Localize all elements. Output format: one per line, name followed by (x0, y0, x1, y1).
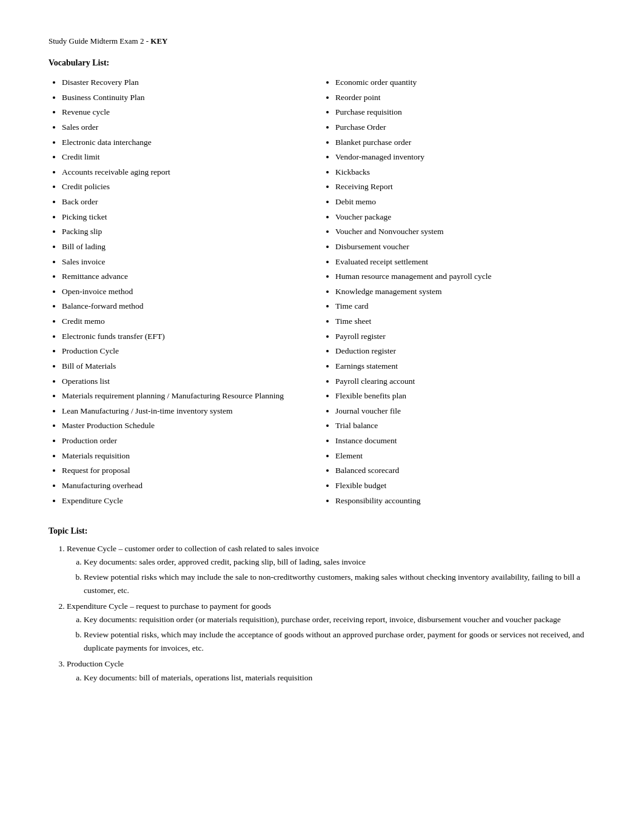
vocab-item: Production order (62, 434, 310, 448)
vocab-item: Flexible benefits plan (335, 389, 583, 403)
vocab-item: Element (335, 449, 583, 463)
vocab-item: Revenue cycle (62, 105, 310, 119)
vocab-item: Debit memo (335, 195, 583, 209)
vocab-item: Sales invoice (62, 255, 310, 269)
vocab-item: Evaluated receipt settlement (335, 255, 583, 269)
topic-subitem: Review potential risks which may include… (84, 571, 595, 598)
vocab-item: Instance document (335, 434, 583, 448)
vocab-item: Time sheet (335, 314, 583, 329)
vocab-item: Credit limit (62, 150, 310, 164)
vocab-item: Master Production Schedule (62, 418, 310, 433)
vocab-item: Payroll register (335, 329, 583, 344)
vocab-section-title: Vocabulary List: (49, 58, 595, 68)
vocab-item: Business Continuity Plan (62, 90, 310, 105)
vocab-item: Deduction register (335, 344, 583, 358)
vocab-item: Sales order (62, 120, 310, 135)
topic-item: Revenue Cycle – customer order to collec… (67, 542, 595, 597)
topic-subitem: Key documents: requisition order (or mat… (84, 613, 595, 626)
vocab-item: Lean Manufacturing / Just-in-time invent… (62, 404, 310, 418)
header-text: Study Guide Midterm Exam 2 - (49, 36, 150, 45)
vocab-item: Vendor-managed inventory (335, 150, 583, 164)
vocab-item: Materials requirement planning / Manufac… (62, 389, 310, 403)
vocab-col-left: Disaster Recovery PlanBusiness Continuit… (49, 75, 322, 508)
vocab-item: Disaster Recovery Plan (62, 75, 310, 90)
vocab-list-left: Disaster Recovery PlanBusiness Continuit… (49, 75, 310, 508)
vocab-item: Payroll clearing account (335, 374, 583, 389)
vocab-item: Voucher package (335, 210, 583, 224)
vocab-item: Balanced scorecard (335, 463, 583, 478)
vocab-item: Operations list (62, 374, 310, 389)
vocab-item: Back order (62, 195, 310, 209)
vocab-item: Electronic funds transfer (EFT) (62, 329, 310, 344)
vocab-item: Receiving Report (335, 179, 583, 194)
topic-sublist: Key documents: bill of materials, operat… (67, 671, 595, 685)
topic-section-title: Topic List: (49, 526, 595, 536)
vocab-item: Economic order quantity (335, 75, 583, 90)
vocab-item: Flexible budget (335, 478, 583, 493)
vocab-item: Knowledge management system (335, 284, 583, 299)
vocab-col-right: Economic order quantityReorder pointPurc… (322, 75, 595, 508)
vocab-item: Request for proposal (62, 463, 310, 478)
topic-list: Revenue Cycle – customer order to collec… (49, 542, 595, 685)
vocab-item: Picking ticket (62, 210, 310, 224)
vocab-item: Credit policies (62, 179, 310, 194)
vocab-item: Journal voucher file (335, 404, 583, 418)
vocab-item: Purchase Order (335, 120, 583, 135)
vocab-item: Materials requisition (62, 449, 310, 463)
vocab-item: Purchase requisition (335, 105, 583, 119)
vocab-item: Earnings statement (335, 359, 583, 374)
vocab-item: Bill of lading (62, 240, 310, 254)
vocab-item: Expenditure Cycle (62, 494, 310, 508)
vocab-item: Packing slip (62, 224, 310, 239)
vocab-item: Balance-forward method (62, 299, 310, 314)
vocab-item: Production Cycle (62, 344, 310, 358)
vocab-item: Reorder point (335, 90, 583, 105)
topic-section: Topic List: Revenue Cycle – customer ord… (49, 526, 595, 685)
vocab-item: Kickbacks (335, 165, 583, 179)
vocab-item: Human resource management and payroll cy… (335, 269, 583, 284)
vocab-item: Manufacturing overhead (62, 478, 310, 493)
vocab-item: Bill of Materials (62, 359, 310, 374)
topic-item: Production CycleKey documents: bill of m… (67, 657, 595, 685)
topic-sublist: Key documents: sales order, approved cre… (67, 555, 595, 597)
vocabulary-container: Disaster Recovery PlanBusiness Continuit… (49, 75, 595, 508)
header-bold: KEY (150, 36, 167, 45)
vocab-item: Trial balance (335, 418, 583, 433)
topic-item: Expenditure Cycle – request to purchase … (67, 600, 595, 655)
topic-subitem: Review potential risks, which may includ… (84, 628, 595, 656)
vocab-item: Disbursement voucher (335, 240, 583, 254)
vocab-item: Remittance advance (62, 269, 310, 284)
vocab-item: Electronic data interchange (62, 135, 310, 150)
topic-sublist: Key documents: requisition order (or mat… (67, 613, 595, 655)
vocab-item: Credit memo (62, 314, 310, 329)
header-line: Study Guide Midterm Exam 2 - KEY (49, 36, 595, 46)
vocab-item: Time card (335, 299, 583, 314)
vocab-item: Accounts receivable aging report (62, 165, 310, 179)
vocab-list-right: Economic order quantityReorder pointPurc… (322, 75, 583, 508)
topic-subitem: Key documents: sales order, approved cre… (84, 555, 595, 569)
vocab-item: Voucher and Nonvoucher system (335, 224, 583, 239)
vocab-item: Blanket purchase order (335, 135, 583, 150)
vocab-item: Responsibility accounting (335, 494, 583, 508)
topic-subitem: Key documents: bill of materials, operat… (84, 671, 595, 685)
vocab-item: Open-invoice method (62, 284, 310, 299)
